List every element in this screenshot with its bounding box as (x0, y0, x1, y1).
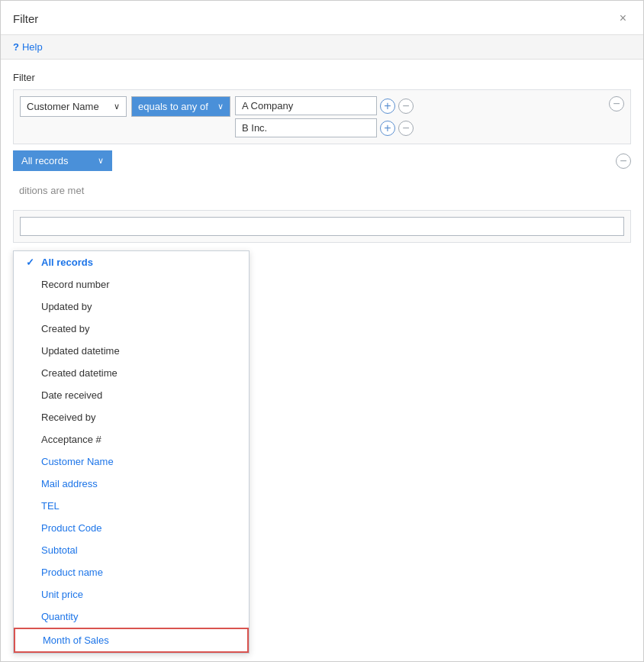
filter-values: + − + − (235, 96, 601, 137)
dropdown-item-month-of-sales[interactable]: Month of Sales (14, 628, 249, 653)
dialog-title: Filter (13, 12, 38, 25)
remove-filter-row-1-button[interactable]: − (609, 96, 624, 111)
filter-row-1: Customer Name ∨ equals to any of ∨ + − +… (13, 89, 631, 144)
check-icon-all-records: ✓ (26, 257, 37, 268)
dropdown-item-received-by[interactable]: Received by (14, 406, 249, 428)
dropdown-item-label-acceptance-hash: Acceptance # (41, 434, 101, 445)
close-button[interactable]: × (615, 10, 631, 27)
dropdown-item-label-created-by: Created by (41, 323, 90, 334)
dropdown-item-all-records[interactable]: ✓ All records (14, 251, 249, 273)
all-records-label: All records (21, 155, 68, 166)
dropdown-item-label-subtotal: Subtotal (41, 544, 78, 556)
dropdown-item-label-month-of-sales: Month of Sales (43, 635, 109, 646)
field-chevron-icon: ∨ (114, 102, 120, 111)
operator-select-label: equals to any of (138, 101, 208, 112)
operator-chevron-icon: ∨ (217, 102, 224, 111)
dropdown-item-quantity[interactable]: Quantity (14, 605, 249, 628)
dropdown-item-label-record-number: Record number (41, 279, 110, 290)
filter-value-input-2[interactable] (235, 118, 377, 137)
remove-all-records-button[interactable]: − (616, 153, 631, 169)
dropdown-item-updated-datetime[interactable]: Updated datetime (14, 340, 249, 362)
dropdown-item-product-name[interactable]: Product name (14, 561, 249, 583)
field-select-label: Customer Name (27, 101, 99, 112)
dropdown-item-label-quantity: Quantity (41, 611, 78, 622)
dropdown-item-customer-name[interactable]: Customer Name (14, 450, 249, 473)
all-records-select[interactable]: All records ∨ (13, 150, 112, 171)
dropdown-item-label-updated-datetime: Updated datetime (41, 345, 120, 357)
dropdown-item-acceptance-hash[interactable]: Acceptance # (14, 428, 249, 450)
dropdown-item-label-updated-by: Updated by (41, 301, 92, 312)
help-label: Help (22, 41, 43, 53)
filter-value-row-2: + − (235, 118, 601, 137)
lower-section (13, 210, 631, 243)
add-value-button-2[interactable]: + (380, 121, 395, 136)
dialog-body: Filter Customer Name ∨ equals to any of … (1, 60, 643, 661)
dropdown-item-label-product-code: Product Code (41, 522, 102, 534)
dropdown-item-label-date-received: Date received (41, 389, 102, 401)
dropdown-item-created-by[interactable]: Created by (14, 318, 249, 340)
question-icon: ? (13, 41, 19, 53)
dropdown-item-mail-address[interactable]: Mail address (14, 473, 249, 495)
dropdown-item-unit-price[interactable]: Unit price (14, 583, 249, 605)
all-records-dropdown-row: All records ∨ − (13, 150, 631, 171)
dropdown-menu: ✓ All records Record number Updated by C… (13, 250, 250, 654)
lower-row-1 (13, 210, 631, 243)
remove-value-button-2[interactable]: − (398, 121, 414, 136)
lower-input-1[interactable] (20, 217, 624, 236)
dropdown-item-updated-by[interactable]: Updated by (14, 295, 249, 318)
filter-value-row-1: + − (235, 96, 601, 115)
dropdown-item-created-datetime[interactable]: Created datetime (14, 362, 249, 384)
dropdown-item-tel[interactable]: TEL (14, 495, 249, 517)
operator-select[interactable]: equals to any of ∨ (131, 96, 230, 117)
filter-value-input-1[interactable] (235, 96, 377, 115)
dropdown-item-label-all-records: All records (41, 257, 93, 268)
remove-value-button-1[interactable]: − (398, 98, 414, 114)
conditions-text: ditions are met (13, 177, 631, 204)
field-select[interactable]: Customer Name ∨ (20, 96, 127, 117)
dropdown-item-label-created-datetime: Created datetime (41, 367, 118, 379)
dropdown-item-label-product-name: Product name (41, 567, 103, 578)
dropdown-item-product-code[interactable]: Product Code (14, 517, 249, 539)
dropdown-item-date-received[interactable]: Date received (14, 384, 249, 406)
dropdown-item-subtotal[interactable]: Subtotal (14, 539, 249, 561)
help-bar: ? Help (1, 35, 643, 60)
help-link[interactable]: ? Help (13, 41, 43, 53)
filter-section-label: Filter (13, 72, 631, 83)
dropdown-item-label-received-by: Received by (41, 412, 96, 423)
filter-dialog: Filter × ? Help Filter Customer Name ∨ e… (0, 0, 644, 662)
dropdown-item-label-customer-name: Customer Name (41, 456, 114, 467)
all-records-chevron-icon: ∨ (98, 156, 104, 166)
dropdown-item-label-unit-price: Unit price (41, 589, 83, 600)
dialog-header: Filter × (1, 1, 643, 35)
dropdown-item-record-number[interactable]: Record number (14, 273, 249, 295)
dropdown-item-label-mail-address: Mail address (41, 478, 98, 489)
dropdown-item-label-tel: TEL (41, 500, 60, 512)
add-value-button-1[interactable]: + (380, 98, 395, 114)
